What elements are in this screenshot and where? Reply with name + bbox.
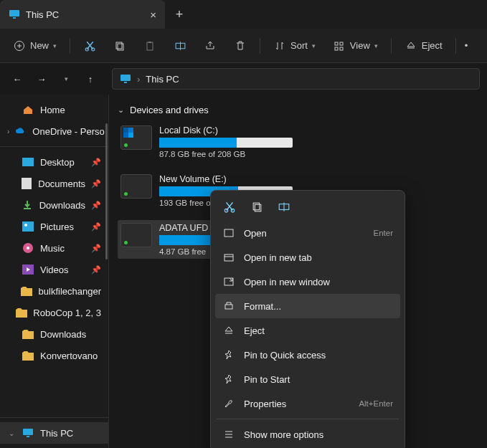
menu-item-open[interactable]: Open Enter bbox=[215, 221, 400, 245]
forward-button[interactable]: → bbox=[32, 69, 52, 89]
menu-item-format[interactable]: Format... bbox=[215, 294, 400, 318]
cloud-icon bbox=[15, 125, 27, 138]
tab-this-pc[interactable]: This PC × bbox=[0, 0, 165, 29]
more-button[interactable]: • bbox=[462, 36, 471, 55]
svg-rect-16 bbox=[22, 158, 34, 166]
drive-local-c[interactable]: Local Disk (C:) 87.8 GB free of 208 GB bbox=[118, 123, 295, 161]
pin-icon bbox=[222, 348, 235, 361]
cut-button[interactable] bbox=[222, 199, 237, 214]
sidebar-item-label: Konvertovano bbox=[40, 351, 98, 361]
drive-icon bbox=[120, 223, 152, 247]
paste-button[interactable] bbox=[136, 35, 164, 57]
drive-icon bbox=[120, 174, 152, 199]
svg-rect-31 bbox=[224, 254, 233, 261]
svg-rect-23 bbox=[23, 429, 33, 435]
sidebar-item-label: Downloads bbox=[40, 329, 86, 340]
sort-button[interactable]: Sort ▾ bbox=[266, 35, 323, 57]
eject-label: Eject bbox=[422, 40, 443, 51]
svg-rect-6 bbox=[118, 44, 123, 50]
scrollbar-thumb[interactable] bbox=[105, 123, 108, 259]
sidebar-item-documents[interactable]: Documents📌 bbox=[0, 173, 108, 194]
pin-icon: 📌 bbox=[91, 201, 101, 210]
home-icon bbox=[22, 103, 34, 116]
folder-icon bbox=[22, 349, 34, 362]
view-button[interactable]: View ▾ bbox=[326, 35, 385, 57]
sidebar-item-pictures[interactable]: Pictures📌 bbox=[0, 216, 108, 237]
group-header[interactable]: ⌄ Devices and drives bbox=[118, 105, 478, 115]
sidebar-item-folder[interactable]: RoboCop 1, 2, 3 bbox=[0, 302, 108, 323]
video-icon bbox=[22, 263, 34, 276]
sidebar-item-home[interactable]: Home bbox=[0, 99, 108, 120]
sidebar-item-desktop[interactable]: Desktop📌 bbox=[0, 151, 108, 173]
back-button[interactable]: ← bbox=[7, 69, 27, 89]
menu-item-more-options[interactable]: Show more options bbox=[215, 422, 400, 447]
menu-item-open-tab[interactable]: Open in new tab bbox=[215, 245, 400, 270]
rename-button[interactable] bbox=[277, 199, 291, 214]
eject-icon bbox=[222, 324, 235, 337]
menu-item-eject[interactable]: Eject bbox=[215, 318, 400, 343]
menu-item-properties[interactable]: Properties Alt+Enter bbox=[215, 391, 400, 416]
menu-item-shortcut: Enter bbox=[374, 229, 394, 237]
sidebar-item-label: Downloads bbox=[39, 200, 85, 211]
copy-button[interactable] bbox=[250, 199, 264, 214]
folder-icon bbox=[21, 285, 33, 297]
copy-icon bbox=[113, 39, 126, 52]
sidebar-item-label: bulkfilechanger bbox=[39, 286, 101, 297]
svg-rect-10 bbox=[335, 42, 338, 45]
delete-button[interactable] bbox=[227, 35, 254, 57]
music-icon bbox=[22, 242, 34, 254]
pin-icon: 📌 bbox=[91, 179, 101, 189]
up-button[interactable]: ↑ bbox=[80, 69, 100, 89]
folder-icon bbox=[22, 328, 34, 340]
sidebar-item-folder[interactable]: Konvertovano bbox=[0, 345, 108, 366]
menu-item-label: Open in new window bbox=[244, 277, 330, 287]
plus-circle-icon bbox=[13, 39, 26, 52]
menu-item-pin-start[interactable]: Pin to Start bbox=[215, 367, 400, 391]
sidebar-item-folder[interactable]: bulkfilechanger bbox=[0, 280, 108, 302]
tab-icon bbox=[222, 251, 235, 264]
sidebar-item-music[interactable]: Music📌 bbox=[0, 237, 108, 259]
svg-rect-0 bbox=[9, 10, 19, 16]
close-icon[interactable]: × bbox=[150, 9, 156, 21]
chevron-right-icon: › bbox=[7, 128, 9, 135]
sidebar-item-label: Desktop bbox=[40, 157, 75, 168]
sidebar-item-label: Videos bbox=[40, 264, 69, 275]
new-button[interactable]: New ▾ bbox=[6, 35, 64, 57]
tab-bar: This PC × + bbox=[0, 0, 487, 29]
svg-rect-17 bbox=[22, 178, 32, 189]
view-icon bbox=[333, 39, 346, 52]
share-button[interactable] bbox=[197, 35, 224, 57]
address-location: This PC bbox=[146, 74, 179, 85]
chevron-down-icon: ▾ bbox=[374, 42, 378, 49]
menu-item-pin-quick[interactable]: Pin to Quick access bbox=[215, 343, 400, 367]
svg-rect-30 bbox=[224, 229, 233, 237]
sidebar-item-videos[interactable]: Videos📌 bbox=[0, 259, 108, 280]
sidebar-item-folder[interactable]: Downloads bbox=[0, 323, 108, 345]
desktop-icon bbox=[22, 156, 34, 168]
new-tab-button[interactable]: + bbox=[165, 7, 194, 22]
sidebar-item-label: OneDrive - Perso bbox=[32, 126, 104, 137]
context-menu: Open Enter Open in new tab Open in new w… bbox=[210, 190, 405, 448]
share-icon bbox=[204, 39, 217, 52]
rename-button[interactable] bbox=[166, 35, 194, 57]
sidebar-item-onedrive[interactable]: › OneDrive - Perso bbox=[0, 120, 108, 142]
chevron-down-icon: ⌄ bbox=[118, 105, 124, 115]
menu-icon bbox=[222, 428, 235, 441]
cut-button[interactable] bbox=[76, 35, 103, 57]
sidebar-item-this-pc[interactable]: ⌄ This PC bbox=[0, 422, 108, 444]
eject-button-toolbar[interactable]: Eject bbox=[397, 35, 450, 57]
svg-rect-12 bbox=[335, 47, 338, 50]
recent-button[interactable]: ▾ bbox=[56, 69, 76, 89]
svg-rect-24 bbox=[27, 436, 29, 437]
menu-item-open-window[interactable]: Open in new window bbox=[215, 270, 400, 294]
sidebar-item-downloads[interactable]: Downloads📌 bbox=[0, 194, 108, 216]
svg-point-19 bbox=[24, 224, 27, 227]
address-bar[interactable]: › This PC bbox=[112, 68, 480, 90]
menu-item-label: Pin to Start bbox=[244, 374, 290, 385]
eject-icon bbox=[405, 39, 417, 52]
copy-button[interactable] bbox=[106, 35, 133, 57]
menu-item-shortcut: Alt+Enter bbox=[359, 399, 393, 408]
sidebar-item-label: Documents bbox=[38, 178, 85, 189]
monitor-icon bbox=[22, 426, 34, 439]
download-icon bbox=[21, 199, 33, 211]
